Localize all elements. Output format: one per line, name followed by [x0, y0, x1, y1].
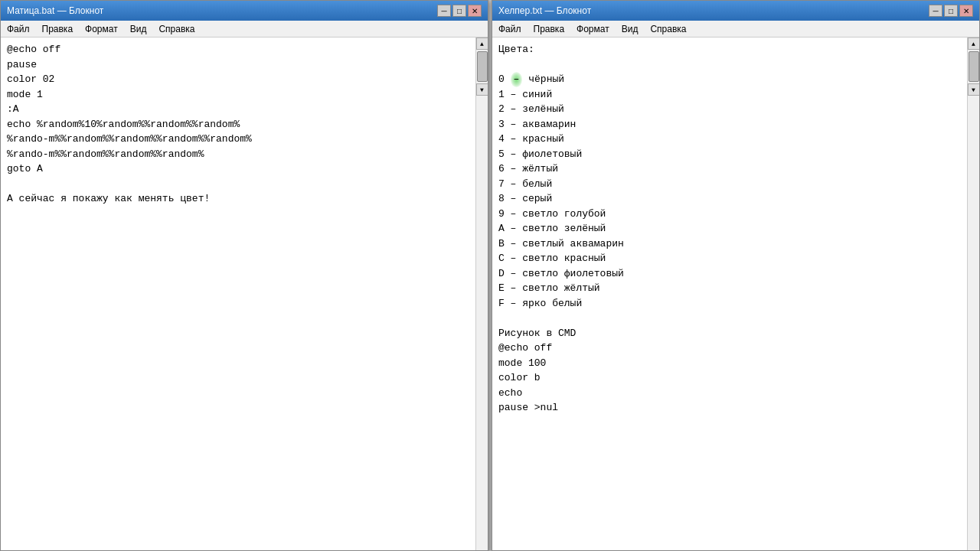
left-scroll-thumb[interactable]: [477, 51, 488, 82]
right-title-bar: Хелпер.txt — Блокнот ─ □ ✕: [492, 1, 979, 21]
right-maximize-button[interactable]: □: [944, 5, 958, 17]
left-menu-edit[interactable]: Правка: [36, 21, 80, 37]
left-scrollbar[interactable]: ▲ ▼: [475, 37, 488, 550]
right-window-controls: ─ □ ✕: [929, 5, 973, 17]
left-menu-help[interactable]: Справка: [152, 21, 201, 37]
right-scroll-down[interactable]: ▼: [968, 83, 980, 96]
right-menu-edit[interactable]: Правка: [528, 21, 571, 37]
left-maximize-button[interactable]: □: [452, 5, 466, 17]
left-scroll-up[interactable]: ▲: [476, 37, 488, 50]
right-close-button[interactable]: ✕: [959, 5, 973, 17]
right-menu-format[interactable]: Формат: [570, 21, 616, 37]
left-text-content[interactable]: @echo off pause color 02 mode 1 :A echo …: [1, 37, 475, 550]
left-window-controls: ─ □ ✕: [437, 5, 482, 17]
right-text-content[interactable]: Цвета: 0 – чёрный 1 – синий 2 – зелёный …: [492, 37, 967, 550]
right-editor-area: Цвета: 0 – чёрный 1 – синий 2 – зелёный …: [492, 37, 979, 550]
left-window: Матица.bat — Блокнот ─ □ ✕ Файл Правка Ф…: [0, 0, 488, 551]
right-menu-view[interactable]: Вид: [616, 21, 645, 37]
right-window: Хелпер.txt — Блокнот ─ □ ✕ Файл Правка Ф…: [492, 0, 980, 551]
left-menu-bar: Файл Правка Формат Вид Справка: [1, 21, 488, 37]
left-scroll-down[interactable]: ▼: [476, 83, 488, 96]
right-scroll-up[interactable]: ▲: [968, 37, 980, 50]
left-minimize-button[interactable]: ─: [437, 5, 451, 17]
left-editor-area: @echo off pause color 02 mode 1 :A echo …: [1, 37, 488, 550]
right-menu-bar: Файл Правка Формат Вид Справка: [492, 21, 979, 37]
colors-header: Цвета:: [498, 44, 534, 55]
highlight-dash: –: [511, 72, 523, 87]
right-scrollbar[interactable]: ▲ ▼: [967, 37, 979, 550]
left-menu-view[interactable]: Вид: [124, 21, 153, 37]
right-window-title: Хелпер.txt — Блокнот: [498, 5, 591, 16]
left-menu-format[interactable]: Формат: [79, 21, 124, 37]
left-title-bar: Матица.bat — Блокнот ─ □ ✕: [1, 1, 488, 21]
right-menu-file[interactable]: Файл: [492, 21, 528, 37]
left-menu-file[interactable]: Файл: [1, 21, 36, 37]
right-menu-help[interactable]: Справка: [644, 21, 692, 37]
left-window-title: Матица.bat — Блокнот: [7, 5, 103, 16]
right-minimize-button[interactable]: ─: [929, 5, 942, 17]
left-close-button[interactable]: ✕: [468, 5, 482, 17]
right-scroll-thumb[interactable]: [969, 51, 979, 82]
